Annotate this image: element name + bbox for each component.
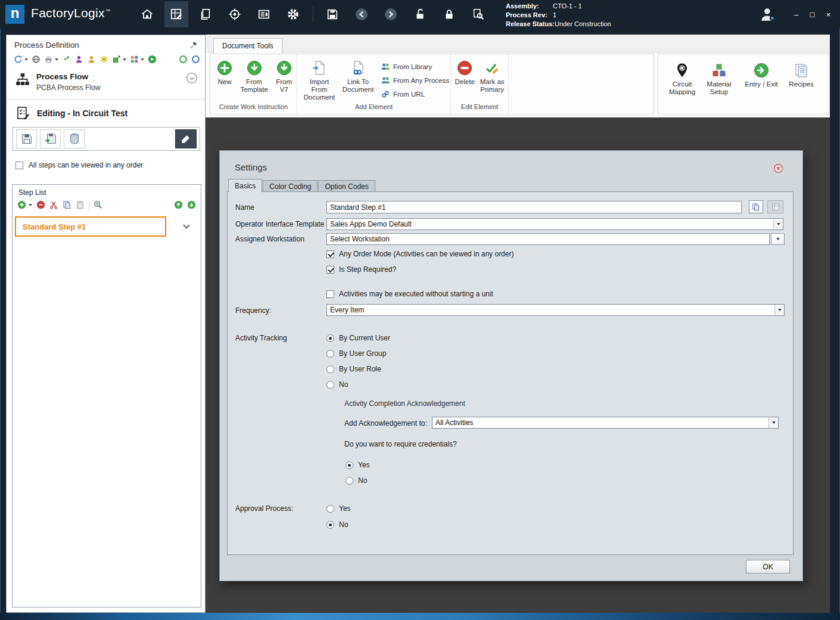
mark-as-primary-button[interactable]: Mark as Primary <box>477 60 507 94</box>
process-rev-label: Process Rev: <box>506 11 553 20</box>
import-step-icon[interactable] <box>40 129 61 148</box>
from-url-button[interactable]: From URL <box>381 89 449 99</box>
add-acknowledgement-select[interactable]: All Activities <box>432 417 779 429</box>
home-icon[interactable] <box>135 1 159 27</box>
zoom-add-icon[interactable] <box>94 200 102 209</box>
archive-step-icon[interactable] <box>64 129 85 148</box>
assigned-workstation-select[interactable]: Select Workstation <box>326 233 770 245</box>
print-caret-icon[interactable] <box>55 58 58 61</box>
globe-icon[interactable] <box>32 55 41 64</box>
any-order-steps-checkbox[interactable]: All steps can be viewed in any order <box>15 161 198 169</box>
step-chevron-down-icon[interactable] <box>183 222 189 228</box>
wizard-user-icon[interactable] <box>74 55 83 64</box>
remove-step-icon[interactable] <box>36 200 45 209</box>
new-button[interactable]: New <box>214 60 236 86</box>
panel-header: Process Definition <box>7 35 205 52</box>
add-step-caret-icon[interactable] <box>29 204 32 206</box>
expand-circle-icon[interactable] <box>186 72 198 84</box>
frequency-select[interactable]: Every Item <box>326 304 785 316</box>
undo-icon[interactable] <box>350 1 374 27</box>
production-target-icon[interactable] <box>223 1 247 27</box>
export-caret-icon[interactable] <box>123 58 126 61</box>
step-item-standard-step-1[interactable]: Standard Step #1 <box>15 216 166 237</box>
flower-icon[interactable] <box>99 55 108 64</box>
settings-gear-icon[interactable] <box>281 1 305 27</box>
tab-color-coding[interactable]: Color Coding <box>263 180 318 192</box>
palette-caret-icon[interactable] <box>141 58 144 61</box>
copy-icon[interactable] <box>63 200 71 209</box>
material-setup-button[interactable]: Material Setup <box>702 63 736 96</box>
step-list-toolbar <box>13 198 201 212</box>
link-to-document-button[interactable]: Link To Document <box>341 60 375 94</box>
pin-icon[interactable] <box>190 41 198 49</box>
entry-exit-button[interactable]: Entry / Exit <box>741 63 782 88</box>
redo-icon[interactable] <box>379 1 403 27</box>
any-order-mode-checkbox[interactable]: Any Order Mode (Activities can be viewed… <box>326 249 514 259</box>
sync-caret-icon[interactable] <box>24 58 28 61</box>
operator-interface-template-select[interactable]: Sales Apps Demo Default <box>326 218 783 230</box>
unlock-icon[interactable] <box>408 1 432 27</box>
credentials-no-radio[interactable]: No <box>346 476 367 485</box>
translate-name-button[interactable] <box>767 200 783 213</box>
duplicate-name-button[interactable] <box>749 200 763 213</box>
tracking-by-current-user-radio[interactable]: By Current User <box>326 333 390 343</box>
from-v7-button[interactable]: From V7 <box>272 60 295 94</box>
tracking-no-radio[interactable]: No <box>326 380 348 389</box>
tree-icon[interactable] <box>62 55 71 64</box>
status-green-icon[interactable] <box>179 55 188 64</box>
assigned-workstation-value: Select Workstation <box>327 235 769 243</box>
name-input[interactable] <box>326 201 742 213</box>
from-any-process-button[interactable]: From Any Process <box>381 75 449 85</box>
library-people-icon <box>381 63 390 71</box>
export-package-icon[interactable] <box>112 55 121 64</box>
tab-document-tools[interactable]: Document Tools <box>213 38 282 53</box>
paste-icon[interactable] <box>76 200 85 209</box>
process-definition-icon[interactable] <box>164 1 188 27</box>
tracking-by-user-role-radio[interactable]: By User Role <box>326 364 381 374</box>
brand-text: FactoryLogix <box>31 6 105 20</box>
tab-basics[interactable]: Basics <box>228 179 262 192</box>
tab-document-tools-label: Document Tools <box>222 42 273 50</box>
maximize-button[interactable]: □ <box>808 10 817 19</box>
lock-icon[interactable] <box>437 1 461 27</box>
dialog-close-icon[interactable] <box>774 164 783 173</box>
approval-no-radio[interactable]: No <box>326 520 348 529</box>
user-icon[interactable] <box>759 5 777 23</box>
print-icon[interactable] <box>44 55 53 64</box>
circuit-mapping-button[interactable]: Circuit Mapping <box>665 63 699 96</box>
delete-button[interactable]: Delete <box>455 60 475 86</box>
audit-search-icon[interactable] <box>466 1 490 27</box>
main-canvas: Settings Basics Color Coding Option Code… <box>206 117 830 613</box>
import-from-document-button[interactable]: Import From Document <box>301 60 338 102</box>
user-yellow-icon[interactable] <box>87 55 96 64</box>
approval-yes-radio[interactable]: Yes <box>326 504 351 513</box>
process-flow-row[interactable]: Process Flow PCBA Process Flow <box>7 67 205 98</box>
sync-icon[interactable] <box>14 55 23 64</box>
from-library-button[interactable]: From Library <box>381 61 449 72</box>
workstation-dropdown-button[interactable] <box>771 233 785 245</box>
play-icon[interactable] <box>148 55 157 64</box>
save-icon[interactable] <box>321 1 344 27</box>
from-template-button[interactable]: From Template <box>238 60 270 94</box>
no-unit-checkbox[interactable]: Activities may be executed without start… <box>326 289 493 299</box>
palette-icon[interactable] <box>130 55 139 64</box>
move-step-down-icon[interactable] <box>187 200 196 209</box>
add-step-icon[interactable] <box>17 200 26 209</box>
close-button[interactable]: × <box>824 10 833 19</box>
news-icon[interactable] <box>252 1 276 27</box>
move-step-up-icon[interactable] <box>174 200 183 209</box>
credentials-yes-radio[interactable]: Yes <box>346 460 370 470</box>
documents-icon[interactable] <box>194 1 217 27</box>
cut-icon[interactable] <box>49 200 58 209</box>
tracking-by-user-group-radio[interactable]: By User Group <box>326 349 386 358</box>
tab-option-codes[interactable]: Option Codes <box>318 180 375 192</box>
minimize-button[interactable]: – <box>792 10 801 19</box>
ok-button[interactable]: OK <box>746 560 790 574</box>
status-blue-icon[interactable] <box>191 55 200 64</box>
url-chain-icon <box>381 90 390 98</box>
save-step-icon[interactable] <box>16 129 37 148</box>
edit-step-button[interactable] <box>175 129 197 148</box>
is-step-required-checkbox[interactable]: Is Step Required? <box>326 265 396 274</box>
recipes-button[interactable]: Recipes <box>785 63 818 88</box>
process-people-icon <box>381 76 390 85</box>
